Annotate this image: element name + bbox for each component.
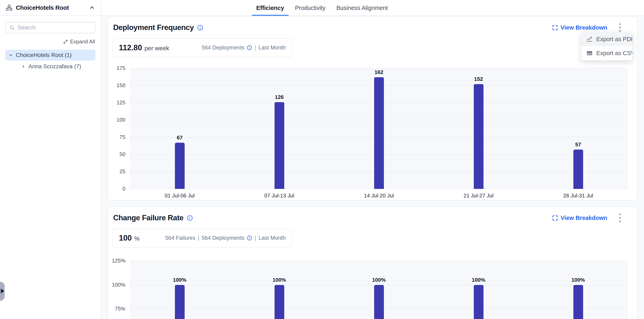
- search-box: [5, 22, 95, 33]
- deployments-count: 564 Deployments: [202, 235, 244, 241]
- info-icon[interactable]: [247, 235, 252, 241]
- drawer-toggle-button[interactable]: [0, 282, 5, 301]
- chevron-right-icon[interactable]: [21, 64, 26, 69]
- bar-07-jul-13-jul: [274, 102, 284, 189]
- menu-item-export-as-pdf[interactable]: Export as PDF: [582, 32, 632, 46]
- bar-value-label: 100%: [263, 277, 296, 283]
- scan-corners-icon: [552, 24, 558, 31]
- scan-corners-icon: [552, 215, 558, 221]
- bar-07-jul-13-jul: [274, 285, 284, 319]
- info-icon[interactable]: [247, 45, 252, 50]
- main-area: EfficiencyProductivityBusiness Alignment…: [101, 0, 644, 319]
- view-breakdown-label: View Breakdown: [560, 215, 607, 221]
- x-axis-tick: 07 Jul-13 Jul: [247, 193, 312, 199]
- info-icon[interactable]: [187, 215, 193, 221]
- period-label: Last Month: [258, 44, 286, 51]
- expand-all-button[interactable]: Expand All: [0, 38, 101, 45]
- separator: |: [198, 235, 199, 241]
- card-title: Deployment Frequency: [113, 23, 194, 32]
- tab-efficiency[interactable]: Efficiency: [256, 0, 285, 16]
- gridline: [130, 261, 628, 261]
- change-failure-rate-chart: 100%100%100%100%100%125%100%75%: [108, 261, 637, 319]
- chevron-down-icon[interactable]: [8, 53, 13, 57]
- expand-arrows-icon: [63, 39, 68, 44]
- card-title: Change Failure Rate: [113, 214, 184, 222]
- kebab-menu-icon[interactable]: [618, 212, 622, 224]
- kebab-menu-icon[interactable]: [618, 22, 622, 33]
- y-axis-tick: 0: [108, 186, 126, 192]
- view-breakdown-button[interactable]: View Breakdown: [552, 215, 607, 221]
- bar-value-label: 100%: [462, 277, 495, 283]
- deployment-frequency-chart: 6712616215257175150125100755025001 Jul-0…: [108, 68, 637, 200]
- bar-01-jul-06-jul: [175, 285, 185, 319]
- bar-value-label: 67: [164, 135, 196, 141]
- x-axis-tick: 21 Jul-27 Jul: [446, 193, 511, 199]
- y-axis-tick: 25: [108, 168, 126, 175]
- tree-item-label: Anna Scozzafava (7): [28, 63, 81, 70]
- chevron-up-icon[interactable]: [89, 5, 95, 11]
- bar-value-label: 152: [462, 76, 495, 82]
- tree-item-choicehotels-root-1[interactable]: ChoiceHotels Root (1): [5, 50, 95, 61]
- bar-14-jul-20-jul: [374, 285, 384, 319]
- card-header: Change Failure Rate View Breakdown: [108, 207, 637, 224]
- expand-all-label: Expand All: [70, 38, 95, 45]
- y-axis-tick: 175: [108, 65, 126, 71]
- tree-item-anna-scozzafava-7[interactable]: Anna Scozzafava (7): [5, 61, 95, 72]
- plot-area: 100%100%100%100%100%: [130, 261, 628, 319]
- y-axis-tick: 125%: [108, 258, 126, 264]
- stat-unit: per week: [144, 45, 169, 52]
- x-axis-tick: 28 Jul-31 Jul: [546, 193, 611, 199]
- content-area: Deployment Frequency View Breakdown: [101, 16, 644, 319]
- separator: |: [255, 44, 256, 51]
- sidebar-title: ChoiceHotels Root: [16, 4, 86, 11]
- y-axis-tick: 100%: [108, 282, 126, 288]
- search-input[interactable]: [18, 24, 91, 31]
- tab-business-alignment[interactable]: Business Alignment: [336, 0, 388, 16]
- change-failure-rate-stat: 100 % 564 Failures | 564 Deployments | L…: [112, 228, 292, 248]
- period-label: Last Month: [258, 235, 286, 241]
- stat-unit: %: [134, 235, 140, 242]
- bar-value-label: 100%: [363, 277, 395, 283]
- search-icon: [9, 25, 15, 30]
- tree-item-label: ChoiceHotels Root (1): [16, 52, 72, 58]
- card-header: Deployment Frequency View Breakdown: [108, 17, 637, 33]
- deployments-count: 564 Deployments: [202, 44, 244, 51]
- view-breakdown-button[interactable]: View Breakdown: [552, 24, 607, 31]
- table-icon: [586, 50, 593, 56]
- gridline: [130, 68, 628, 68]
- bar-value-label: 100%: [562, 277, 594, 283]
- tabs: EfficiencyProductivityBusiness Alignment: [256, 0, 388, 16]
- bar-value-label: 162: [363, 69, 395, 75]
- bar-21-jul-27-jul: [474, 84, 484, 189]
- stat-value: 112.80: [119, 43, 142, 52]
- tab-bar: EfficiencyProductivityBusiness Alignment: [101, 0, 644, 16]
- menu-item-export-as-csv[interactable]: Export as CSV: [582, 46, 632, 60]
- dashboard-page: { "sidebar": { "title": "ChoiceHotels Ro…: [0, 0, 644, 319]
- stat-value: 100: [119, 234, 132, 242]
- x-axis-tick: 01 Jul-06 Jul: [147, 193, 212, 199]
- org-tree: ChoiceHotels Root (1)Anna Scozzafava (7): [0, 50, 101, 72]
- sidebar-header[interactable]: ChoiceHotels Root: [0, 0, 101, 16]
- bar-14-jul-20-jul: [374, 77, 384, 189]
- tab-productivity[interactable]: Productivity: [294, 0, 326, 16]
- chart-line-plus-icon: [586, 36, 593, 42]
- bar-28-jul-31-jul: [574, 150, 583, 189]
- failures-count: 564 Failures: [165, 235, 196, 241]
- y-axis-tick: 150: [108, 82, 126, 89]
- info-icon[interactable]: [197, 24, 203, 31]
- export-menu: Export as PDFExport as CSV: [581, 32, 632, 60]
- deployment-frequency-card: Deployment Frequency View Breakdown: [108, 16, 638, 200]
- y-axis-tick: 125: [108, 99, 126, 106]
- y-axis-tick: 75%: [108, 306, 126, 312]
- bar-value-label: 100%: [164, 277, 196, 283]
- y-axis-tick: 75: [108, 134, 126, 140]
- bar-value-label: 126: [263, 94, 296, 100]
- bar-21-jul-27-jul: [474, 285, 484, 319]
- x-axis-tick: 14 Jul-20 Jul: [346, 193, 412, 199]
- change-failure-rate-card: Change Failure Rate View Breakdown: [108, 207, 638, 319]
- y-axis-tick: 100: [108, 117, 126, 123]
- deployment-frequency-stat: 112.80 per week 564 Deployments | Last M…: [112, 38, 292, 57]
- caret-right-icon: [1, 289, 4, 294]
- menu-item-label: Export as CSV: [596, 50, 632, 56]
- separator: |: [255, 235, 256, 241]
